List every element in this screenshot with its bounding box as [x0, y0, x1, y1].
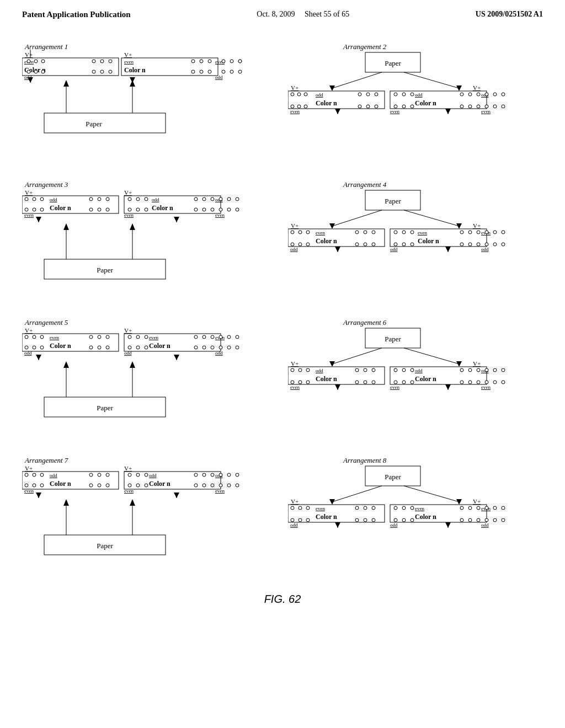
svg-point-301 — [411, 381, 414, 384]
svg-point-29 — [222, 60, 225, 63]
svg-text:odd: odd — [316, 92, 323, 98]
svg-point-112 — [106, 197, 109, 201]
svg-text:odd: odd — [152, 197, 159, 202]
svg-line-51 — [332, 72, 382, 88]
svg-point-273 — [299, 368, 302, 372]
svg-point-88 — [402, 105, 406, 108]
svg-text:odd: odd — [415, 92, 423, 98]
svg-point-81 — [477, 93, 480, 96]
svg-point-387 — [306, 518, 310, 522]
svg-text:Color n: Color n — [418, 237, 439, 245]
svg-point-237 — [227, 335, 231, 339]
svg-point-184 — [411, 231, 414, 234]
arrangement-8: Arrangement 8 Paper V+ V+ even Color n — [288, 455, 543, 576]
svg-text:Color n: Color n — [316, 237, 337, 245]
svg-text:V+: V+ — [291, 498, 299, 505]
svg-text:Paper: Paper — [385, 335, 401, 343]
svg-point-343 — [227, 473, 231, 477]
svg-point-198 — [477, 243, 480, 246]
svg-point-117 — [89, 208, 93, 211]
svg-point-338 — [194, 473, 198, 477]
svg-point-336 — [136, 473, 140, 477]
svg-point-139 — [211, 208, 214, 211]
svg-point-397 — [460, 506, 463, 510]
svg-point-405 — [394, 518, 397, 522]
arrangement-4: Arrangement 4 Paper V+ V+ even Color n — [288, 179, 543, 301]
svg-marker-361 — [63, 499, 69, 506]
svg-point-248 — [227, 346, 231, 349]
svg-point-63 — [358, 93, 361, 96]
svg-text:V+: V+ — [124, 465, 132, 472]
svg-point-413 — [493, 518, 497, 522]
svg-point-331 — [106, 484, 109, 487]
svg-point-125 — [145, 197, 148, 201]
svg-text:Arrangement 3: Arrangement 3 — [24, 180, 68, 189]
svg-text:Color n: Color n — [50, 342, 71, 350]
svg-text:Color n: Color n — [415, 99, 436, 107]
svg-text:Arrangement 6: Arrangement 6 — [343, 318, 387, 326]
svg-point-328 — [40, 484, 44, 487]
svg-text:Color n: Color n — [316, 513, 337, 521]
svg-point-303 — [468, 381, 472, 384]
svg-point-69 — [304, 105, 307, 108]
svg-point-90 — [460, 105, 463, 108]
svg-point-386 — [299, 518, 302, 522]
svg-point-14 — [100, 60, 104, 63]
svg-text:even: even — [481, 109, 491, 114]
svg-point-22 — [191, 60, 195, 63]
svg-point-383 — [372, 506, 375, 510]
svg-point-233 — [202, 335, 206, 339]
svg-point-85 — [502, 93, 505, 96]
svg-point-330 — [98, 484, 101, 487]
svg-text:even: even — [24, 488, 34, 494]
svg-line-157 — [332, 210, 382, 226]
svg-point-33 — [222, 70, 225, 73]
svg-point-89 — [411, 105, 414, 108]
svg-text:odd: odd — [415, 368, 423, 373]
svg-point-307 — [493, 381, 497, 384]
svg-point-134 — [128, 208, 131, 211]
svg-point-245 — [211, 346, 214, 349]
svg-point-7 — [34, 60, 38, 63]
svg-point-110 — [89, 197, 93, 201]
svg-text:odd: odd — [215, 74, 223, 80]
svg-point-277 — [372, 368, 375, 372]
svg-point-95 — [493, 105, 497, 108]
svg-point-187 — [477, 231, 480, 234]
svg-point-319 — [25, 473, 28, 477]
svg-point-25 — [191, 70, 195, 73]
svg-point-347 — [136, 484, 140, 487]
svg-text:even: even — [24, 212, 34, 218]
svg-point-16 — [92, 70, 95, 73]
svg-text:even: even — [481, 384, 491, 390]
svg-point-288 — [394, 368, 397, 372]
arrangement-7-diagram: Arrangement 7 V+ V+ odd Color n even — [22, 455, 254, 571]
svg-text:odd: odd — [481, 247, 489, 252]
svg-point-290 — [411, 368, 414, 372]
svg-text:even: even — [316, 506, 325, 511]
arrangement-2-diagram: Arrangement 2 Paper V+ V+ odd Color n — [288, 41, 520, 157]
svg-point-173 — [291, 243, 294, 246]
svg-point-71 — [366, 105, 370, 108]
svg-point-337 — [145, 473, 148, 477]
svg-point-171 — [372, 231, 375, 234]
svg-marker-370 — [329, 499, 335, 505]
svg-point-189 — [485, 231, 488, 234]
svg-point-231 — [145, 335, 148, 339]
svg-text:V+: V+ — [25, 189, 33, 196]
svg-point-292 — [468, 368, 472, 372]
svg-point-306 — [485, 381, 488, 384]
svg-text:Color n: Color n — [152, 204, 173, 212]
svg-point-396 — [411, 506, 414, 510]
svg-point-200 — [485, 243, 488, 246]
svg-point-344 — [236, 473, 239, 477]
arrangement-6: Arrangement 6 Paper V+ V+ odd Color n — [288, 317, 543, 438]
svg-point-76 — [394, 93, 397, 96]
svg-point-220 — [25, 346, 28, 349]
svg-point-326 — [25, 484, 28, 487]
svg-point-234 — [211, 335, 214, 339]
svg-marker-158 — [329, 223, 335, 229]
svg-marker-149 — [63, 223, 69, 230]
svg-point-408 — [460, 518, 463, 522]
svg-text:even: even — [418, 230, 427, 235]
